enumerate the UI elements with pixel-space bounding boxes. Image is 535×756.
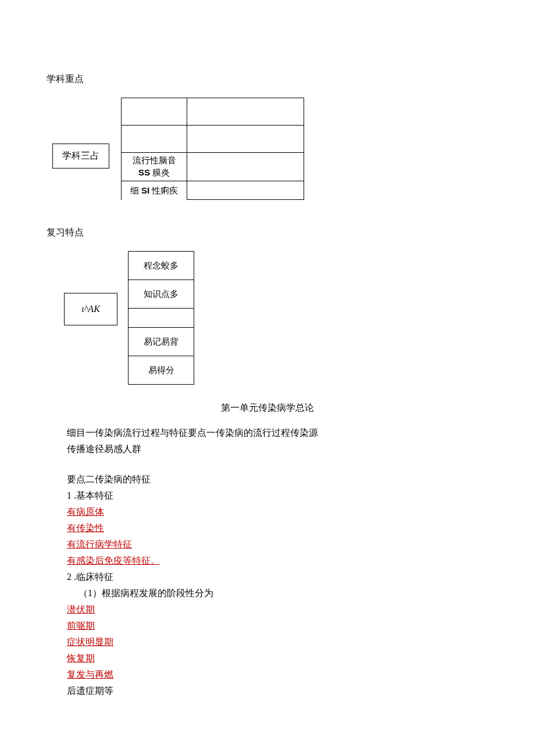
red-link-9[interactable]: 复发与再燃 xyxy=(67,669,113,679)
red-link-1[interactable]: 有病原体 xyxy=(67,507,104,517)
table1-r3c2 xyxy=(187,181,304,200)
table1-r1c2 xyxy=(187,125,304,152)
table1-r2c2 xyxy=(187,152,304,181)
red-link-3[interactable]: 有流行病学特征 xyxy=(67,539,132,549)
red-link-7[interactable]: 症状明显期 xyxy=(67,637,113,647)
unit-title: 第一单元传染病学总论 xyxy=(47,402,488,414)
table2-cell-4: 易得分 xyxy=(128,356,194,385)
table2-cell-0: 程念蛟多 xyxy=(128,251,194,280)
content-block: 细目一传染病流行过程与特征要点一传染病的流行过程传染源 传播途径易感人群 要点二… xyxy=(67,426,488,698)
red-link-8[interactable]: 恢复期 xyxy=(67,653,95,663)
tail-line: 后遗症期等 xyxy=(67,684,488,698)
para1-line2: 传播途径易感人群 xyxy=(67,442,488,456)
table1-r0c2 xyxy=(187,98,304,125)
section-title-1: 学科重点 xyxy=(47,72,488,86)
sec2-heading: 要点二传染病的特征 xyxy=(67,472,488,486)
table1-r2c1-l1: 流行性脑音 xyxy=(133,155,176,167)
item2-sub: （1）根据病程发展的阶段性分为 xyxy=(79,586,488,600)
red-link-6[interactable]: 前驱期 xyxy=(67,621,95,630)
table1-r2c1: 流行性脑音 SS 膜炎 xyxy=(121,152,187,181)
red-link-2[interactable]: 有传染性 xyxy=(67,523,104,533)
table2-cell-1: 知识点多 xyxy=(128,280,194,308)
table1-r2c1-l2: SS 膜炎 xyxy=(138,167,170,179)
red-link-4[interactable]: 有感染后免疫等特征。 xyxy=(67,556,160,565)
table2-cell-3: 易记易背 xyxy=(128,327,194,356)
section-title-2: 复习特点 xyxy=(47,225,488,239)
table-1: 学科三占 流行性脑音 SS 膜炎 细 SI 性痢疾 xyxy=(52,98,488,214)
table1-r3c1: 细 SI 性痢疾 xyxy=(121,181,187,200)
table2-cell-2 xyxy=(128,308,194,327)
table2-left-label: ι^AK xyxy=(64,293,117,325)
red-link-5[interactable]: 潜伏期 xyxy=(67,604,95,614)
table1-left-label: 学科三占 xyxy=(52,144,109,169)
table-2: ι^AK 程念蛟多 知识点多 易记易背 易得分 xyxy=(64,251,488,385)
para1-line1: 细目一传染病流行过程与特征要点一传染病的流行过程传染源 xyxy=(67,426,488,440)
table1-r0c1 xyxy=(121,98,187,125)
item1: 1 .基本特征 xyxy=(67,489,488,503)
item2: 2 .临床特征 xyxy=(67,570,488,584)
table1-r1c1 xyxy=(121,125,187,152)
